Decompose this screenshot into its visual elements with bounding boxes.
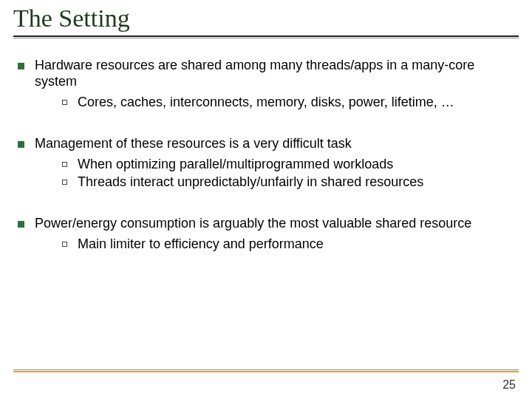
spacer [18,205,514,216]
bullet-level2: Cores, caches, interconnects, memory, di… [62,95,514,111]
footer-divider-top [13,369,519,370]
bullet-text: Cores, caches, interconnects, memory, di… [78,95,514,111]
hollow-square-icon [62,242,67,247]
hollow-square-icon [62,100,67,105]
sub-bullets: When optimizing parallel/multiprogrammed… [62,157,514,191]
footer-divider-bottom [13,371,519,372]
bullet-text: Power/energy consumption is arguably the… [35,216,514,232]
bullet-level2: When optimizing parallel/multiprogrammed… [62,157,514,173]
bullet-text: Threads interact unpredictably/unfairly … [78,174,514,191]
bullet-level2: Main limiter to efficiency and performan… [62,236,514,253]
slide: The Setting Hardware resources are share… [0,0,532,399]
slide-title: The Setting [13,4,519,33]
hollow-square-icon [62,180,67,185]
bullet-text: When optimizing parallel/multiprogrammed… [78,157,514,173]
square-bullet-icon [18,63,24,69]
sub-bullets: Main limiter to efficiency and performan… [62,236,514,253]
bullet-text: Management of these resources is a very … [35,136,514,152]
title-block: The Setting [0,0,532,40]
bullet-text: Hardware resources are shared among many… [35,58,514,90]
bullet-level2: Threads interact unpredictably/unfairly … [62,174,514,191]
title-divider-bottom [13,38,519,38]
page-number: 25 [502,378,516,392]
sub-bullets: Cores, caches, interconnects, memory, di… [62,95,514,111]
bullet-level1: Management of these resources is a very … [18,136,514,152]
title-divider-top [13,35,519,37]
content: Hardware resources are shared among many… [0,40,532,253]
square-bullet-icon [18,221,24,228]
hollow-square-icon [62,162,67,167]
square-bullet-icon [18,141,24,148]
bullet-level1: Power/energy consumption is arguably the… [18,216,514,232]
bullet-level1: Hardware resources are shared among many… [18,58,514,90]
footer-divider [13,369,519,372]
spacer [18,126,514,136]
bullet-text: Main limiter to efficiency and performan… [78,236,514,253]
